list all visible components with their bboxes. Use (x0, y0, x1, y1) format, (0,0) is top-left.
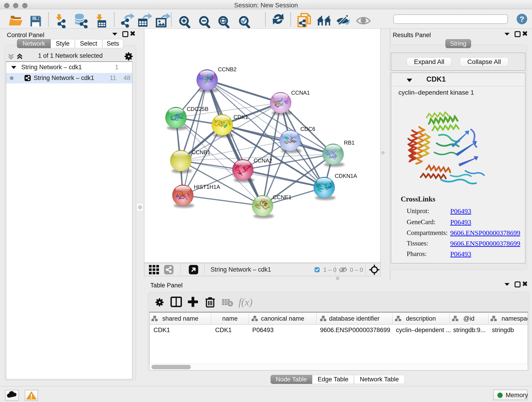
svg-text:CCNA1: CCNA1 (291, 89, 310, 96)
svg-text:CDKN1A: CDKN1A (335, 173, 357, 179)
svg-text:?: ? (520, 15, 525, 23)
svg-text:CCNB1: CCNB1 (192, 149, 210, 155)
svg-text:CCNE1: CCNE1 (273, 194, 291, 200)
svg-text:CDC25B: CDC25B (187, 106, 209, 112)
svg-text:RB1: RB1 (344, 140, 355, 146)
svg-text:CCNA2: CCNA2 (254, 157, 272, 164)
svg-text:HIST1H1A: HIST1H1A (194, 184, 220, 190)
svg-text:CDC6: CDC6 (300, 126, 315, 132)
svg-text:CCNB2: CCNB2 (218, 66, 236, 72)
svg-text:CDK1: CDK1 (234, 114, 248, 120)
svg-text:f(x): f(x) (239, 297, 253, 308)
